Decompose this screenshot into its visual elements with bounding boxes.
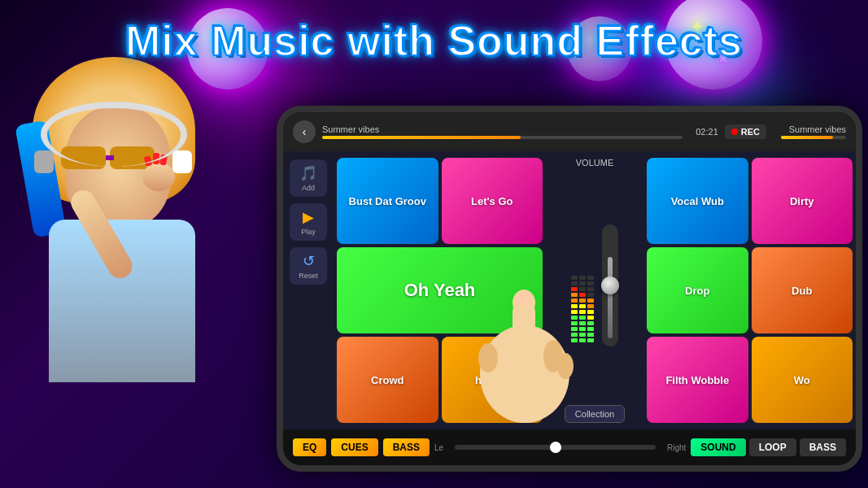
pad-dub[interactable]: Dub <box>752 247 853 333</box>
tab-bass-right[interactable]: BASS <box>800 438 846 456</box>
bottom-right-tabs: SOUND LOOP BASS <box>691 438 846 456</box>
tab-bass-left[interactable]: BASS <box>383 438 430 456</box>
pan-label-left: Le <box>434 443 443 452</box>
add-label: Add <box>302 184 315 192</box>
play-label: Play <box>301 228 316 236</box>
volume-fill <box>608 257 613 338</box>
header-bar: ‹ Summer vibes 02:21 REC Summer vibes <box>283 112 856 151</box>
eq-bars <box>571 229 594 342</box>
dj-girl-image <box>0 57 285 488</box>
collection-button[interactable]: Collection <box>565 405 625 423</box>
play-button[interactable]: ▶ Play <box>290 203 327 241</box>
reset-button[interactable]: ↺ Reset <box>290 247 327 285</box>
progress-fill-right <box>781 136 833 139</box>
left-controls: 🎵 Add ▶ Play ↺ Reset <box>283 151 334 429</box>
main-title: Mix Music with Sound Effects <box>125 16 743 65</box>
add-icon: 🎵 <box>299 164 317 182</box>
pad-drop[interactable]: Drop <box>647 247 748 333</box>
time-display: 02:21 <box>696 127 718 137</box>
rec-label: REC <box>741 127 760 137</box>
pan-label-right: Right <box>667 443 686 452</box>
pad-oh-yeah[interactable]: Oh Yeah <box>337 247 543 333</box>
bottom-bar: EQ CUES BASS Le Right SOUND LOOP <box>283 429 856 465</box>
pad-bust-dat-groov[interactable]: Bust Dat Groov <box>337 158 438 244</box>
pad-crowd[interactable]: Crowd <box>337 337 438 423</box>
pad-filth-wobble[interactable]: Filth Wobble <box>647 337 748 423</box>
rec-dot <box>731 129 738 135</box>
phone-screen: ‹ Summer vibes 02:21 REC Summer vibes <box>283 112 856 465</box>
volume-controls <box>571 172 618 399</box>
pad-vocal-wub[interactable]: Vocal Wub <box>647 158 748 244</box>
track-info-left: Summer vibes <box>322 124 683 139</box>
track-name-left: Summer vibes <box>322 124 683 134</box>
pad-yeah[interactable]: h Yeah <box>442 337 543 423</box>
play-icon: ▶ <box>303 208 314 226</box>
right-pad-grid: Vocal Wub Dirty Drop Dub Filth Wobble Wo <box>643 151 856 429</box>
track-name-right: Summer vibes <box>789 124 846 134</box>
pan-knob[interactable] <box>550 442 561 453</box>
reset-icon: ↺ <box>303 252 315 270</box>
back-icon: ‹ <box>303 125 307 138</box>
tab-eq[interactable]: EQ <box>293 438 326 456</box>
progress-bar-right[interactable] <box>781 136 846 139</box>
rec-button[interactable]: REC <box>725 124 766 139</box>
add-button[interactable]: 🎵 Add <box>290 159 327 197</box>
progress-bar-left[interactable] <box>322 136 683 139</box>
main-content: 🎵 Add ▶ Play ↺ Reset Bust Dat Groov <box>283 151 856 429</box>
tab-sound[interactable]: SOUND <box>691 438 745 456</box>
phone-frame: ‹ Summer vibes 02:21 REC Summer vibes <box>277 106 862 472</box>
reset-label: Reset <box>299 272 318 280</box>
back-button[interactable]: ‹ <box>293 120 316 143</box>
tab-cues[interactable]: CUES <box>331 438 377 456</box>
volume-label: VOLUME <box>576 158 613 168</box>
track-info-right: Summer vibes <box>781 124 846 139</box>
volume-slider[interactable] <box>602 224 618 346</box>
tab-loop[interactable]: LOOP <box>749 438 796 456</box>
volume-knob[interactable] <box>601 277 619 294</box>
volume-section: VOLUME <box>546 151 643 429</box>
pan-slider[interactable] <box>455 445 656 450</box>
pad-dirty[interactable]: Dirty <box>752 158 853 244</box>
progress-fill-left <box>322 136 521 139</box>
left-pad-grid: Bust Dat Groov Let's Go Oh Yeah Crowd h … <box>334 151 546 429</box>
pad-wo[interactable]: Wo <box>752 337 853 423</box>
pad-lets-go[interactable]: Let's Go <box>442 158 543 244</box>
